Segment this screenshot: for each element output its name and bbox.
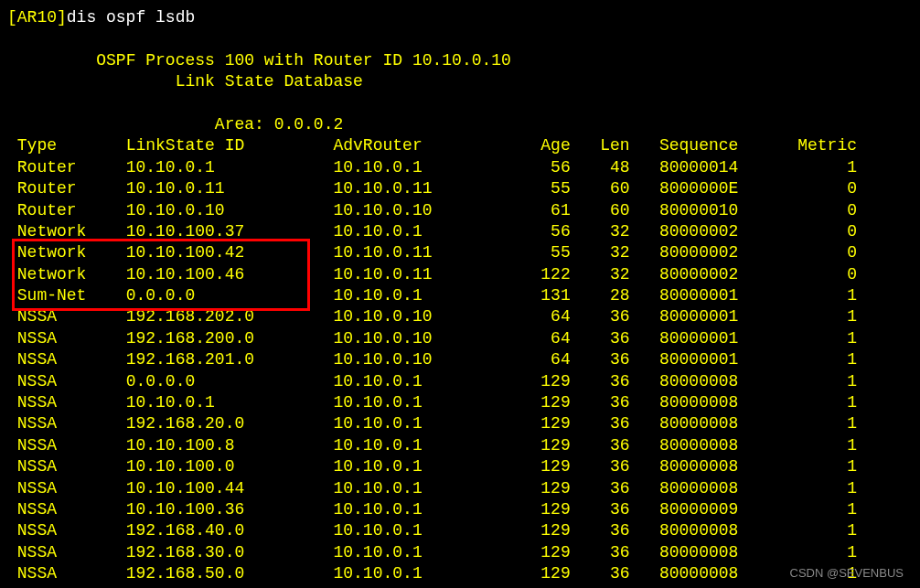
cell-metric: 0 xyxy=(778,200,857,221)
device-prompt: [AR10] xyxy=(7,8,67,27)
cell-seq: 80000001 xyxy=(630,285,778,306)
area-line: Area: 0.0.0.2 xyxy=(7,114,913,135)
cell-metric: 1 xyxy=(778,478,857,499)
cell-type: Sum-Net xyxy=(7,285,126,306)
cell-age: 64 xyxy=(501,328,571,349)
cell-ls: 10.10.100.0 xyxy=(126,456,334,477)
cell-type: NSSA xyxy=(7,520,126,541)
prompt-line[interactable]: [AR10]dis ospf lsdb xyxy=(7,7,913,28)
cell-metric: 0 xyxy=(778,242,857,263)
cell-seq: 80000008 xyxy=(630,371,778,392)
col-header-ls: LinkState ID xyxy=(126,135,334,156)
cell-ls: 0.0.0.0 xyxy=(126,285,334,306)
cell-age: 56 xyxy=(501,157,571,178)
cell-seq: 80000009 xyxy=(630,499,778,520)
cell-ls: 10.10.100.42 xyxy=(126,242,334,263)
cell-ls: 0.0.0.0 xyxy=(126,371,334,392)
cell-metric: 1 xyxy=(778,392,857,413)
cell-type: NSSA xyxy=(7,413,126,434)
cell-metric: 0 xyxy=(778,221,857,242)
cell-ls: 192.168.200.0 xyxy=(126,328,334,349)
cell-adv: 10.10.0.11 xyxy=(333,178,501,199)
table-row: Sum-Net 0.0.0.0 10.10.0.1 131 28 8000000… xyxy=(7,285,857,306)
cell-age: 131 xyxy=(501,285,571,306)
cell-age: 129 xyxy=(501,542,571,563)
cell-adv: 10.10.0.1 xyxy=(333,413,501,434)
cell-adv: 10.10.0.1 xyxy=(333,520,501,541)
cell-age: 129 xyxy=(501,520,571,541)
cell-type: Router xyxy=(7,178,126,199)
cell-seq: 80000014 xyxy=(630,157,778,178)
cell-age: 55 xyxy=(501,178,571,199)
command-text: dis ospf lsdb xyxy=(67,8,195,27)
cell-type: NSSA xyxy=(7,563,126,584)
cell-len: 36 xyxy=(571,520,630,541)
cell-seq: 80000010 xyxy=(630,200,778,221)
cell-len: 32 xyxy=(571,221,630,242)
cell-len: 28 xyxy=(571,285,630,306)
cell-seq: 80000002 xyxy=(630,242,778,263)
cell-type: NSSA xyxy=(7,371,126,392)
cell-ls: 10.10.100.8 xyxy=(126,435,334,456)
cell-ls: 10.10.0.1 xyxy=(126,392,334,413)
cell-seq: 80000008 xyxy=(630,413,778,434)
cell-len: 36 xyxy=(571,542,630,563)
blank-line xyxy=(7,28,913,49)
cell-type: NSSA xyxy=(7,456,126,477)
cell-ls: 10.10.0.10 xyxy=(126,200,334,221)
cell-len: 32 xyxy=(571,264,630,285)
cell-type: NSSA xyxy=(7,306,126,327)
cell-adv: 10.10.0.10 xyxy=(333,200,501,221)
table-row: Router 10.10.0.1 10.10.0.1 56 48 8000001… xyxy=(7,157,857,178)
cell-seq: 80000001 xyxy=(630,306,778,327)
cell-metric: 0 xyxy=(778,178,857,199)
ospf-process-line: OSPF Process 100 with Router ID 10.10.0.… xyxy=(7,50,913,71)
cell-len: 32 xyxy=(571,242,630,263)
cell-age: 55 xyxy=(501,242,571,263)
table-header-row: Type LinkState ID AdvRouter Age Len Sequ… xyxy=(7,135,857,156)
cell-type: NSSA xyxy=(7,435,126,456)
col-header-len: Len xyxy=(571,135,630,156)
table-row: Network 10.10.100.37 10.10.0.1 56 32 800… xyxy=(7,221,857,242)
cell-type: NSSA xyxy=(7,542,126,563)
cell-adv: 10.10.0.11 xyxy=(333,242,501,263)
cell-seq: 80000001 xyxy=(630,349,778,370)
cell-ls: 10.10.100.46 xyxy=(126,264,334,285)
cell-ls: 10.10.100.44 xyxy=(126,478,334,499)
cell-age: 129 xyxy=(501,499,571,520)
cell-age: 64 xyxy=(501,306,571,327)
col-header-seq: Sequence xyxy=(630,135,778,156)
cell-type: Network xyxy=(7,221,126,242)
cell-len: 48 xyxy=(571,157,630,178)
cell-seq: 80000008 xyxy=(630,478,778,499)
table-row: NSSA 192.168.201.0 10.10.0.10 64 36 8000… xyxy=(7,349,857,370)
cell-ls: 10.10.0.11 xyxy=(126,178,334,199)
cell-adv: 10.10.0.1 xyxy=(333,499,501,520)
cell-seq: 80000008 xyxy=(630,542,778,563)
cell-seq: 80000008 xyxy=(630,563,778,584)
cell-metric: 1 xyxy=(778,157,857,178)
table-row: NSSA 192.168.20.0 10.10.0.1 129 36 80000… xyxy=(7,413,857,434)
cell-adv: 10.10.0.11 xyxy=(333,264,501,285)
cell-type: NSSA xyxy=(7,349,126,370)
cell-metric: 1 xyxy=(778,306,857,327)
cell-adv: 10.10.0.1 xyxy=(333,456,501,477)
table-row: NSSA 10.10.0.1 10.10.0.1 129 36 80000008… xyxy=(7,392,857,413)
cell-age: 56 xyxy=(501,221,571,242)
cell-type: NSSA xyxy=(7,478,126,499)
cell-seq: 80000002 xyxy=(630,264,778,285)
cell-type: Router xyxy=(7,157,126,178)
cell-ls: 10.10.100.37 xyxy=(126,221,334,242)
cell-type: Network xyxy=(7,264,126,285)
table-row: NSSA 10.10.100.36 10.10.0.1 129 36 80000… xyxy=(7,499,857,520)
col-header-age: Age xyxy=(501,135,571,156)
cell-age: 129 xyxy=(501,371,571,392)
table-row: NSSA 0.0.0.0 10.10.0.1 129 36 80000008 1 xyxy=(7,371,857,392)
cell-len: 36 xyxy=(571,478,630,499)
cell-age: 129 xyxy=(501,478,571,499)
cell-metric: 1 xyxy=(778,371,857,392)
cell-adv: 10.10.0.10 xyxy=(333,306,501,327)
cell-seq: 80000008 xyxy=(630,392,778,413)
cell-metric: 1 xyxy=(778,435,857,456)
cell-len: 36 xyxy=(571,499,630,520)
